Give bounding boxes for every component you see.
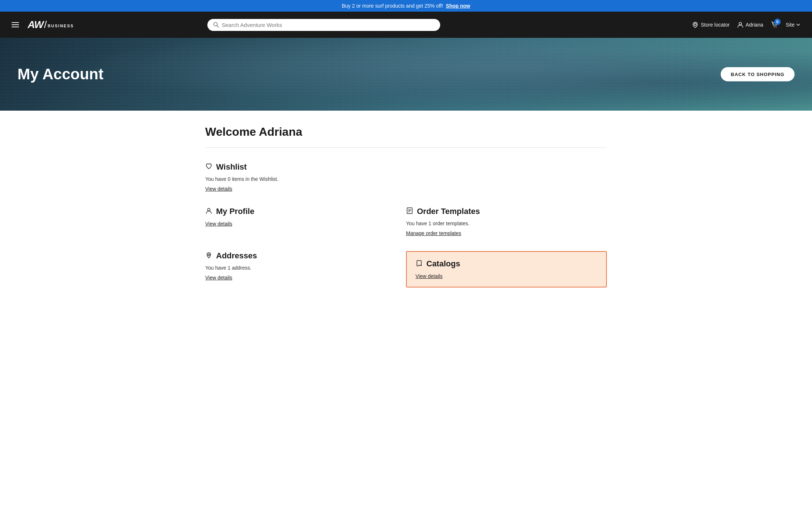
divider <box>205 147 607 148</box>
back-to-shopping-button[interactable]: BACK TO SHOPPING <box>721 67 795 82</box>
addresses-header: Addresses <box>205 251 384 261</box>
profile-icon <box>205 207 212 216</box>
catalogs-icon <box>415 259 423 269</box>
my-profile-section: My Profile View details <box>205 207 406 251</box>
user-account-button[interactable]: Adriana <box>737 21 763 28</box>
order-templates-manage-link[interactable]: Manage order templates <box>406 230 461 236</box>
store-locator-button[interactable]: Store locator <box>692 21 729 28</box>
profile-header: My Profile <box>205 207 384 216</box>
addresses-section: Addresses You have 1 address. View detai… <box>205 251 406 302</box>
order-templates-title: Order Templates <box>417 207 480 216</box>
addresses-view-details-link[interactable]: View details <box>205 275 232 281</box>
catalogs-header: Catalogs <box>415 259 597 269</box>
store-locator-label: Store locator <box>701 22 729 28</box>
promo-text: Buy 2 or more surf products and get 25% … <box>342 3 443 9</box>
wishlist-title: Wishlist <box>216 162 247 172</box>
wishlist-description: You have 0 items in the Wishlist. <box>205 176 607 182</box>
svg-point-2 <box>694 23 696 25</box>
order-templates-header: Order Templates <box>406 207 607 216</box>
svg-point-3 <box>739 23 741 25</box>
header-right: Store locator Adriana 0 Site <box>692 21 800 29</box>
addresses-description: You have 1 address. <box>205 265 384 271</box>
order-templates-description: You have 1 order templates. <box>406 221 607 226</box>
wishlist-section: Wishlist You have 0 items in the Wishlis… <box>205 162 607 192</box>
promo-banner: Buy 2 or more surf products and get 25% … <box>0 0 812 12</box>
site-dropdown[interactable]: Site <box>786 22 800 28</box>
catalogs-title: Catalogs <box>426 259 460 269</box>
svg-line-1 <box>217 26 219 28</box>
profile-view-details-link[interactable]: View details <box>205 221 232 227</box>
svg-point-5 <box>776 27 776 27</box>
catalogs-card: Catalogs View details <box>406 251 607 287</box>
hero-banner: My Account BACK TO SHOPPING <box>0 38 812 111</box>
catalogs-view-details-link[interactable]: View details <box>415 273 442 279</box>
header: AW / BUSINESS Store locator Adriana <box>0 12 812 38</box>
logo-business-text: BUSINESS <box>48 21 74 28</box>
svg-point-6 <box>208 208 210 211</box>
search-input[interactable] <box>222 22 434 28</box>
addresses-icon <box>205 251 212 261</box>
catalogs-section: Catalogs View details <box>406 251 607 302</box>
order-templates-section: Order Templates You have 1 order templat… <box>406 207 607 251</box>
chevron-down-icon <box>796 23 800 27</box>
svg-point-11 <box>208 254 210 255</box>
svg-point-4 <box>774 27 775 27</box>
search-icon <box>213 22 219 28</box>
wishlist-header: Wishlist <box>205 162 607 172</box>
user-icon <box>737 21 744 28</box>
site-label: Site <box>786 22 795 28</box>
wishlist-view-details-link[interactable]: View details <box>205 186 232 192</box>
logo-aw-text: AW <box>28 19 43 31</box>
location-icon <box>692 21 698 28</box>
search-bar <box>207 19 440 31</box>
addresses-title: Addresses <box>216 251 257 261</box>
promo-link[interactable]: Shop now <box>446 3 470 9</box>
hero-title: My Account <box>0 66 121 83</box>
order-templates-icon <box>406 207 413 216</box>
profile-title: My Profile <box>216 207 254 216</box>
heart-icon <box>205 163 212 172</box>
user-name-label: Adriana <box>746 22 763 28</box>
welcome-heading: Welcome Adriana <box>205 125 607 139</box>
cart-button[interactable]: 0 <box>771 21 779 29</box>
main-content: Welcome Adriana Wishlist You have 0 item… <box>188 111 624 331</box>
cart-badge: 0 <box>774 19 781 25</box>
account-sections-grid: My Profile View details Order Templates … <box>205 207 607 302</box>
hero-water-overlay <box>0 38 812 111</box>
logo[interactable]: AW / BUSINESS <box>28 19 74 31</box>
logo-slash: / <box>44 19 47 31</box>
menu-icon[interactable] <box>12 22 19 27</box>
